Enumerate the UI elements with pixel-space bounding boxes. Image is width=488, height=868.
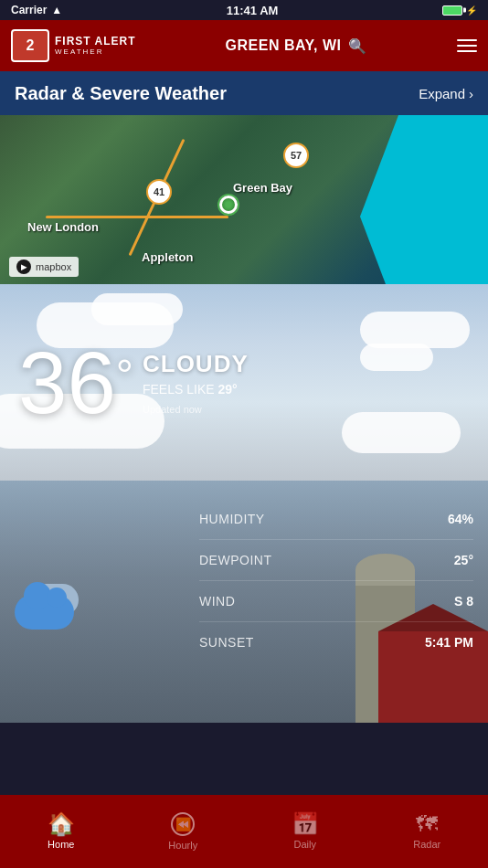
wind-label: WIND xyxy=(199,594,235,609)
humidity-value: 64% xyxy=(448,512,473,526)
logo-line1: FIRST ALERT xyxy=(55,35,136,48)
mapbox-watermark: ▶ mapbox xyxy=(9,257,79,277)
details-table: HUMIDITY 64% DEWPOINT 25° WIND S 8 SUNSE… xyxy=(199,499,473,662)
sunset-value: 5:41 PM xyxy=(425,635,473,650)
weather-content: 36° CLOUDY FEELS LIKE 29° Updated now xyxy=(0,284,488,481)
location-marker xyxy=(219,196,238,214)
updated-text: Updated now xyxy=(143,404,249,415)
map-background: 41 57 Green Bay New London Appleton ▶ ma… xyxy=(0,115,488,284)
temperature-display: 36° xyxy=(18,339,133,427)
status-bar: Carrier ▲ 11:41 AM ⚡ xyxy=(0,0,488,20)
dewpoint-row: DEWPOINT 25° xyxy=(199,540,473,581)
daily-label: Daily xyxy=(294,839,316,850)
lightning-icon: ⚡ xyxy=(466,5,477,16)
cloud-front xyxy=(15,595,74,630)
dewpoint-value: 25° xyxy=(454,553,473,567)
city-label-appleton: Appleton xyxy=(142,250,193,264)
hourly-label: Hourly xyxy=(168,840,197,851)
city-label-newlondon: New London xyxy=(27,220,99,234)
app-header: 2 FIRST ALERT WEATHER GREEN BAY, WI 🔍 xyxy=(0,20,488,71)
radar-icon: 🗺 xyxy=(416,813,438,835)
logo-container: 2 FIRST ALERT WEATHER xyxy=(11,29,136,62)
city-search-area[interactable]: GREEN BAY, WI 🔍 xyxy=(226,37,367,55)
bottom-navigation: 🏠 Home ⏪ Hourly 📅 Daily 🗺 Radar xyxy=(0,795,488,868)
sunset-row: SUNSET 5:41 PM xyxy=(199,622,473,662)
radar-banner: Radar & Severe Weather Expand › xyxy=(0,71,488,115)
wind-value: S 8 xyxy=(454,594,473,609)
nav-item-home[interactable]: 🏠 Home xyxy=(0,795,122,868)
wifi-icon: ▲ xyxy=(51,4,62,16)
nav-item-daily[interactable]: 📅 Daily xyxy=(244,795,366,868)
expand-label: Expand xyxy=(419,86,465,101)
humidity-row: HUMIDITY 64% xyxy=(199,499,473,540)
status-left: Carrier ▲ xyxy=(11,4,62,16)
chevron-right-icon: › xyxy=(469,86,473,101)
logo-line2: WEATHER xyxy=(55,48,136,57)
logo-text: FIRST ALERT WEATHER xyxy=(55,35,136,57)
status-right: ⚡ xyxy=(442,5,477,16)
status-time: 11:41 AM xyxy=(227,4,279,17)
humidity-label: HUMIDITY xyxy=(199,512,265,526)
expand-button[interactable]: Expand › xyxy=(419,86,473,101)
mapbox-label: mapbox xyxy=(36,261,71,272)
search-icon[interactable]: 🔍 xyxy=(348,37,367,55)
city-label-greenbay: Green Bay xyxy=(233,181,292,195)
dewpoint-label: DEWPOINT xyxy=(199,553,271,567)
radar-label: Radar xyxy=(413,839,440,850)
feels-like-label: FEELS LIKE xyxy=(143,382,215,397)
feels-like-row: FEELS LIKE 29° xyxy=(143,382,249,397)
route-badge-57: 57 xyxy=(283,143,309,168)
menu-button[interactable] xyxy=(457,39,477,52)
sunset-label: SUNSET xyxy=(199,635,254,650)
radar-title: Radar & Severe Weather xyxy=(15,83,227,104)
weather-info: CLOUDY FEELS LIKE 29° Updated now xyxy=(143,350,249,415)
weather-icon-area xyxy=(15,575,88,630)
weather-main: 36° CLOUDY FEELS LIKE 29° Updated now xyxy=(0,284,488,481)
cloudy-icon xyxy=(15,575,88,630)
map-road-h1 xyxy=(46,216,228,218)
wind-row: WIND S 8 xyxy=(199,581,473,622)
logo-number: 2 xyxy=(27,38,35,53)
nav-item-radar[interactable]: 🗺 Radar xyxy=(366,795,489,868)
temperature-value: 36 xyxy=(18,333,116,431)
mapbox-logo: ▶ xyxy=(16,259,31,274)
home-label: Home xyxy=(48,839,74,850)
nav-item-hourly[interactable]: ⏪ Hourly xyxy=(122,795,245,868)
map-container[interactable]: 41 57 Green Bay New London Appleton ▶ ma… xyxy=(0,115,488,284)
logo-badge: 2 xyxy=(11,29,49,62)
battery-icon xyxy=(442,5,462,16)
map-water xyxy=(360,115,488,284)
hourly-icon: ⏪ xyxy=(171,812,195,836)
city-label: GREEN BAY, WI xyxy=(226,37,342,54)
details-panel: HUMIDITY 64% DEWPOINT 25° WIND S 8 SUNSE… xyxy=(0,481,488,723)
route-badge-41: 41 xyxy=(146,179,172,205)
degree-symbol: ° xyxy=(116,354,133,397)
condition-label: CLOUDY xyxy=(143,350,249,378)
home-icon: 🏠 xyxy=(48,813,75,835)
carrier-label: Carrier xyxy=(11,4,47,16)
daily-icon: 📅 xyxy=(292,813,319,835)
feels-like-value: 29° xyxy=(217,382,237,397)
